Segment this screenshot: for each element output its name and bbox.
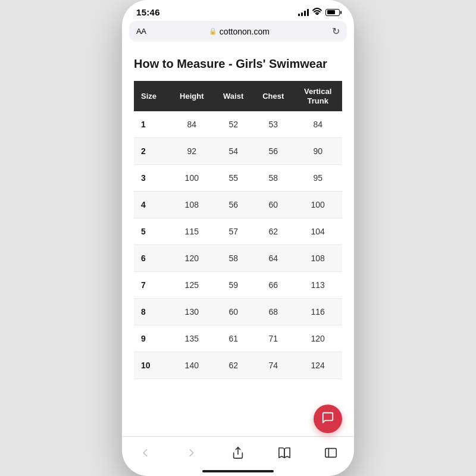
table-row: 81306068116	[134, 299, 342, 325]
status-icons	[298, 8, 340, 17]
cell-size-2: 3	[134, 165, 170, 192]
table-row: 184525384	[134, 111, 342, 138]
cell-chest-4: 62	[253, 218, 293, 245]
cell-waist-3: 56	[214, 192, 253, 218]
nav-tabs-button[interactable]	[315, 444, 347, 462]
col-header-height: Height	[170, 81, 214, 111]
phone-frame: 15:46 AA 🔒	[122, 0, 354, 476]
nav-back-button[interactable]	[129, 444, 161, 462]
cell-waist-5: 58	[214, 245, 253, 272]
cell-chest-8: 71	[253, 325, 293, 352]
cell-verticalTrunk-0: 84	[293, 111, 342, 138]
home-indicator	[202, 470, 274, 472]
chat-button[interactable]	[314, 405, 342, 433]
table-header-row: Size Height Waist Chest VerticalTrunk	[134, 81, 342, 111]
cell-verticalTrunk-8: 120	[293, 325, 342, 352]
cell-verticalTrunk-6: 113	[293, 272, 342, 299]
cell-height-8: 135	[170, 325, 214, 352]
chat-bubble-icon	[321, 411, 334, 427]
cell-height-3: 108	[170, 192, 214, 218]
cell-verticalTrunk-9: 124	[293, 352, 342, 379]
col-header-waist: Waist	[214, 81, 253, 111]
cell-waist-4: 57	[214, 218, 253, 245]
cell-chest-3: 60	[253, 192, 293, 218]
page-title: How to Measure - Girls' Swimwear	[134, 56, 342, 71]
cell-size-7: 8	[134, 299, 170, 325]
svg-rect-2	[325, 449, 336, 458]
nav-share-button[interactable]	[222, 444, 254, 462]
table-row: 3100555895	[134, 165, 342, 192]
table-row: 292545690	[134, 138, 342, 165]
cell-size-3: 4	[134, 192, 170, 218]
cell-verticalTrunk-1: 90	[293, 138, 342, 165]
col-header-vertical-trunk: VerticalTrunk	[293, 81, 342, 111]
col-header-size: Size	[134, 81, 170, 111]
cell-size-6: 7	[134, 272, 170, 299]
cell-chest-2: 58	[253, 165, 293, 192]
cell-height-7: 130	[170, 299, 214, 325]
table-row: 71255966113	[134, 272, 342, 299]
cell-waist-6: 59	[214, 272, 253, 299]
cell-size-5: 6	[134, 245, 170, 272]
cell-chest-0: 53	[253, 111, 293, 138]
col-header-chest: Chest	[253, 81, 293, 111]
cell-size-1: 2	[134, 138, 170, 165]
cell-size-0: 1	[134, 111, 170, 138]
cell-verticalTrunk-7: 116	[293, 299, 342, 325]
cell-height-2: 100	[170, 165, 214, 192]
cell-chest-9: 74	[253, 352, 293, 379]
cell-chest-7: 68	[253, 299, 293, 325]
cell-verticalTrunk-3: 100	[293, 192, 342, 218]
cell-height-5: 120	[170, 245, 214, 272]
cell-waist-7: 60	[214, 299, 253, 325]
wifi-icon	[312, 8, 322, 17]
cell-waist-0: 52	[214, 111, 253, 138]
battery-icon	[325, 9, 340, 16]
table-row: 41085660100	[134, 192, 342, 218]
table-row: 101406274124	[134, 352, 342, 379]
cell-waist-2: 55	[214, 165, 253, 192]
cell-chest-5: 64	[253, 245, 293, 272]
cell-waist-1: 54	[214, 138, 253, 165]
browser-url-area[interactable]: 🔒 cottonon.com	[151, 27, 327, 36]
cell-verticalTrunk-5: 108	[293, 245, 342, 272]
nav-forward-button[interactable]	[176, 444, 208, 462]
cell-height-4: 115	[170, 218, 214, 245]
browser-aa[interactable]: AA	[136, 27, 146, 36]
browser-bar[interactable]: AA 🔒 cottonon.com ↻	[129, 21, 347, 42]
refresh-icon[interactable]: ↻	[332, 26, 340, 37]
cell-waist-8: 61	[214, 325, 253, 352]
lock-icon: 🔒	[209, 27, 217, 35]
cell-height-1: 92	[170, 138, 214, 165]
cell-waist-9: 62	[214, 352, 253, 379]
status-bar: 15:46	[122, 0, 354, 21]
cell-height-6: 125	[170, 272, 214, 299]
cell-verticalTrunk-2: 95	[293, 165, 342, 192]
status-time: 15:46	[136, 7, 160, 17]
cell-height-9: 140	[170, 352, 214, 379]
nav-bookmarks-button[interactable]	[268, 444, 300, 462]
cell-chest-6: 66	[253, 272, 293, 299]
signal-icon	[298, 9, 309, 16]
browser-url: cottonon.com	[220, 27, 270, 36]
cell-size-4: 5	[134, 218, 170, 245]
table-row: 91356171120	[134, 325, 342, 352]
content-area: How to Measure - Girls' Swimwear Size He…	[122, 46, 354, 436]
cell-chest-1: 56	[253, 138, 293, 165]
table-row: 51155762104	[134, 218, 342, 245]
cell-height-0: 84	[170, 111, 214, 138]
size-guide-table: Size Height Waist Chest VerticalTrunk 18…	[134, 81, 342, 379]
cell-verticalTrunk-4: 104	[293, 218, 342, 245]
cell-size-8: 9	[134, 325, 170, 352]
svg-point-0	[317, 14, 318, 15]
cell-size-9: 10	[134, 352, 170, 379]
table-row: 61205864108	[134, 245, 342, 272]
